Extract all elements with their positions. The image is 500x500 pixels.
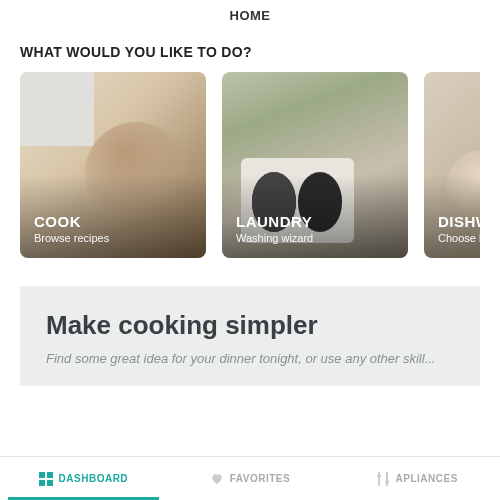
prompt-heading: WHAT WOULD YOU LIKE TO DO?	[20, 44, 480, 60]
card-subtitle: Washing wizard	[236, 232, 394, 244]
card-cook[interactable]: COOK Browse recipes	[20, 72, 206, 258]
tab-favorites[interactable]: FAVORITES	[167, 457, 334, 500]
tab-label: APLIANCES	[396, 473, 458, 484]
tab-label: DASHBOARD	[59, 473, 129, 484]
card-overlay	[20, 72, 206, 258]
svg-rect-2	[39, 480, 45, 486]
card-title: COOK	[34, 213, 192, 230]
bottom-tabbar: DASHBOARD FAVORITES APLIANCES	[0, 456, 500, 500]
banner-subtitle: Find some great idea for your dinner ton…	[46, 351, 454, 366]
svg-rect-0	[39, 472, 45, 478]
card-title: DISHWASH	[438, 213, 480, 230]
svg-rect-1	[47, 472, 53, 478]
svg-point-6	[377, 474, 381, 478]
svg-point-7	[385, 480, 389, 484]
svg-rect-3	[47, 480, 53, 486]
header: HOME	[0, 0, 500, 30]
banner-title: Make cooking simpler	[46, 310, 454, 341]
card-title: LAUNDRY	[236, 213, 394, 230]
tab-appliances[interactable]: APLIANCES	[333, 457, 500, 500]
main-content: WHAT WOULD YOU LIKE TO DO? COOK Browse r…	[0, 30, 500, 386]
card-subtitle: Browse recipes	[34, 232, 192, 244]
card-dishwash[interactable]: DISHWASH Choose best prog	[424, 72, 480, 258]
card-overlay	[222, 72, 408, 258]
card-laundry[interactable]: LAUNDRY Washing wizard	[222, 72, 408, 258]
tab-dashboard[interactable]: DASHBOARD	[0, 457, 167, 500]
activity-cards: COOK Browse recipes LAUNDRY Washing wiza…	[20, 72, 480, 258]
promo-banner: Make cooking simpler Find some great ide…	[20, 286, 480, 386]
sliders-icon	[376, 472, 390, 486]
page-title: HOME	[230, 8, 271, 23]
tab-label: FAVORITES	[230, 473, 290, 484]
card-subtitle: Choose best prog	[438, 232, 480, 244]
grid-icon	[39, 472, 53, 486]
heart-icon	[210, 472, 224, 486]
card-overlay	[424, 72, 480, 258]
